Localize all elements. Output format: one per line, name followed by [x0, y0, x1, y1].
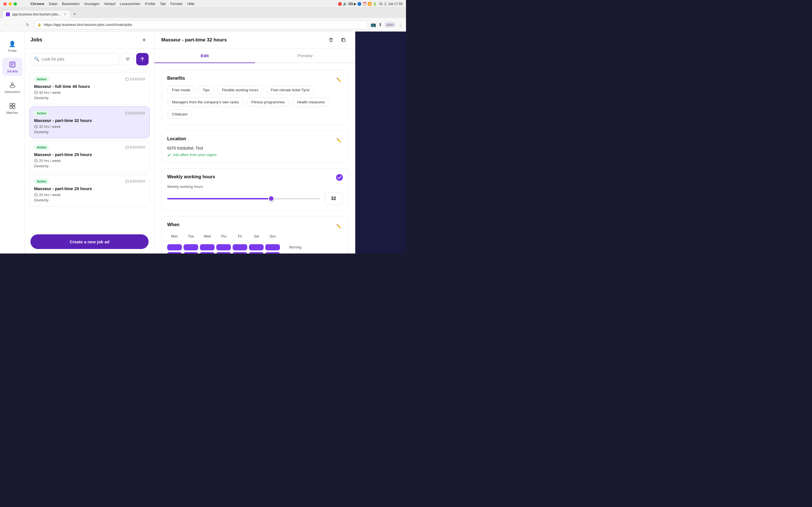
tab-favicon [6, 12, 10, 16]
job-company-4: Dexterity [34, 198, 145, 202]
delete-button[interactable] [326, 35, 336, 45]
address-text: https://app.business.tirol-tourism-jobs.… [44, 22, 364, 27]
menu-tab[interactable]: Tab [160, 2, 166, 6]
slider-fill [167, 198, 271, 200]
menu-hilfe[interactable]: Hilfe [187, 2, 195, 6]
system-icons: 🔴 🔊 ⌨ ▶ 🔵 ⏰ 📶 🔋 [338, 2, 377, 6]
svg-rect-5 [10, 103, 12, 106]
maximize-window-button[interactable] [13, 2, 17, 6]
reload-button[interactable]: ↻ [24, 21, 32, 29]
benefit-flexible-hours: Flexible working hours [217, 86, 263, 95]
sort-button[interactable] [136, 53, 149, 65]
menu-verlauf[interactable]: Verlauf [104, 2, 115, 6]
pill-tue-afternoon [184, 252, 198, 253]
cast-icon[interactable]: 📺 [370, 22, 376, 27]
pill-mon-morning [167, 244, 182, 250]
job-date-2: 6/20/2024 [125, 111, 145, 115]
weekly-hours-title: Weekly working hours [167, 174, 343, 179]
location-edit-button[interactable]: ✏️ [334, 136, 343, 145]
menu-profile[interactable]: Profile [145, 2, 155, 6]
pill-fri-morning [233, 244, 247, 250]
day-fri: Fri [233, 232, 247, 241]
benefit-childcare: Childcare [167, 110, 192, 119]
weekly-hours-row: 32 [167, 192, 343, 205]
benefits-edit-button[interactable]: ✏️ [334, 75, 343, 84]
menu-chrome[interactable]: Chrome [31, 2, 44, 6]
slider-thumb[interactable] [268, 195, 274, 202]
search-input[interactable] [42, 57, 116, 61]
job-badge-1: Active [34, 76, 49, 82]
weekly-hours-section: Weekly working hours Weekly working hour… [161, 168, 349, 211]
svg-rect-8 [13, 106, 15, 108]
detail-content: Benefits ✏️ Free meals Tips Flexible wor… [154, 63, 355, 253]
menu-anzeigen[interactable]: Anzeigen [84, 2, 99, 6]
back-button[interactable]: ← [3, 21, 11, 29]
close-window-button[interactable] [3, 2, 7, 6]
pill-mon-afternoon [167, 252, 182, 253]
browser-tab-active[interactable]: app.business.tirol-tourism-jobs... ✕ [2, 10, 71, 18]
benefits-section: Benefits ✏️ Free meals Tips Flexible wor… [161, 70, 349, 125]
filter-button[interactable] [121, 53, 134, 65]
job-badge-3: Active [34, 145, 49, 150]
when-edit-button[interactable]: ✏️ [334, 222, 343, 231]
job-card-4[interactable]: Active 6/20/2024 Masseur - part-time 20 … [29, 175, 150, 207]
sidebar-label-jobads: Job Ads [7, 69, 18, 73]
day-thu: Thu [216, 232, 231, 241]
when-days: Mon Tue Wed Thu Fri Sat Sun [167, 232, 343, 241]
job-date-4: 6/20/2024 [125, 179, 145, 183]
benefit-health: Health measures [292, 98, 329, 107]
pill-thu-afternoon [216, 252, 231, 253]
menu-icon[interactable]: ⋮ [398, 22, 403, 27]
sidebar-item-matches[interactable]: Matches [2, 99, 22, 117]
svg-rect-7 [10, 106, 12, 108]
job-card-3[interactable]: Active 6/20/2024 Masseur - part-time 25 … [29, 140, 150, 172]
address-input[interactable]: 🔒 https://app.business.tirol-tourism-job… [34, 20, 368, 29]
download-icon[interactable]: ⬇ [378, 22, 382, 27]
job-name-1: Masseur - full time 40 hours [34, 84, 145, 89]
create-job-button[interactable]: Create a new job ad [31, 234, 149, 249]
add-job-button[interactable]: + [140, 36, 149, 45]
address-bar-actions: 📺 ⬇ jobn ⋮ [370, 22, 403, 27]
weekly-hours-label: Weekly working hours [167, 184, 203, 189]
tab-close-button[interactable]: ✕ [63, 12, 67, 16]
title-bar-right: 🔴 🔊 ⌨ ▶ 🔵 ⏰ 📶 🔋 Di. 2. Juli 17:55 [338, 2, 403, 6]
menu-lesezeichen[interactable]: Lesezeichen [120, 2, 140, 6]
pill-fri-afternoon [233, 252, 247, 253]
job-badge-4: Active [34, 179, 49, 184]
hours-slider[interactable] [167, 195, 320, 202]
day-sun: Sun [265, 232, 280, 241]
sidebar-label-matches: Matches [6, 111, 18, 115]
search-input-wrap: 🔍 [31, 53, 119, 65]
job-hours-2: 32 hrs / week [34, 124, 145, 129]
job-card-2[interactable]: Active 6/20/2024 Masseur - part-time 32 … [29, 107, 150, 138]
sidebar: 👤 Profile Job Ads Jobseekers [0, 32, 25, 253]
weekly-hours-check [336, 174, 343, 183]
svg-rect-6 [13, 103, 15, 106]
profile-icon[interactable]: jobn [384, 22, 396, 27]
svg-point-4 [11, 83, 13, 85]
jobseekers-icon [8, 81, 16, 89]
forward-button[interactable]: → [13, 21, 21, 29]
menu-fenster[interactable]: Fenster [170, 2, 183, 6]
tab-preview[interactable]: Preview [255, 48, 355, 63]
duplicate-button[interactable] [338, 35, 349, 45]
menu-bearbeiten[interactable]: Bearbeiten [62, 2, 80, 6]
pill-sat-morning [249, 244, 264, 250]
dark-panel [355, 32, 406, 253]
new-tab-button[interactable]: + [71, 10, 79, 18]
benefit-climate-ticket: Free climate ticket Tyrol [266, 86, 314, 95]
jobs-panel: Jobs + 🔍 [25, 32, 154, 253]
menu-datei[interactable]: Datei [49, 2, 57, 6]
benefit-managers: Managers from the company's own ranks [167, 98, 244, 107]
search-icon: 🔍 [34, 57, 40, 62]
minimize-window-button[interactable] [8, 2, 12, 6]
job-name-2: Masseur - part-time 32 hours [34, 118, 145, 123]
jobs-header: Jobs + [25, 32, 154, 48]
job-card-1[interactable]: Active 5/16/2024 Masseur - full time 40 … [29, 72, 150, 104]
sidebar-item-jobads[interactable]: Job Ads [2, 58, 22, 76]
address-bar: ← → ↻ 🔒 https://app.business.tirol-touri… [0, 18, 406, 32]
sidebar-item-jobseekers[interactable]: Jobseekers [2, 78, 22, 97]
sidebar-item-profile[interactable]: 👤 Profile [2, 37, 22, 55]
benefit-tips: Tips [198, 86, 214, 95]
tab-edit[interactable]: Edit [154, 48, 255, 63]
